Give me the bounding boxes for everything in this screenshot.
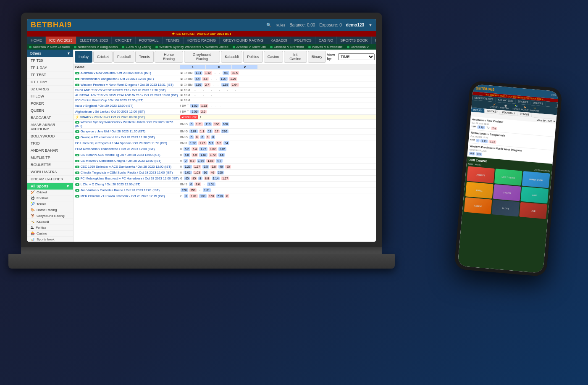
nav-icc[interactable]: ICC WC 2023 — [46, 37, 76, 44]
nav-casino[interactable]: CASINO — [315, 37, 337, 44]
nav-tennis[interactable]: TENNIS — [163, 37, 184, 44]
sidebar-tennis[interactable]: 🎾 Tennis — [27, 201, 73, 207]
tab-binary[interactable]: Binary — [308, 51, 326, 63]
sidebar-trio[interactable]: TRIO — [27, 140, 73, 147]
match-name[interactable]: ●Netherlands v Bangladesh / Oct 28 2023 … — [75, 77, 180, 81]
match-name[interactable]: Afghanistan v Sri Lanka / Oct 30 2023 12… — [75, 110, 180, 113]
sidebar-hilow[interactable]: HI LOW — [27, 93, 73, 100]
tab-greyhound[interactable]: Greyhound Racing — [184, 51, 220, 63]
sidebar-football[interactable]: ⚽ Football — [27, 195, 73, 201]
match-name[interactable]: ICC Cricket World Cup / Oct 06 2023 12:3… — [75, 98, 180, 102]
match-name[interactable]: ●CS Mioves v Concordia Chiajna / Oct 28 … — [75, 159, 180, 163]
match-name[interactable]: ●Jua Varillas v Carballes Baena / Oct 28… — [75, 188, 180, 192]
sidebar-32cards[interactable]: 32 CARDS — [27, 86, 73, 93]
match-name[interactable]: ●Gangwon v Jeju Utd / Oct 28 2023 11:30 … — [75, 129, 180, 133]
header-right: 🔍 Rules Balance: 0.00 Exposure: 0 demo12… — [266, 23, 373, 27]
casino-superover[interactable]: SUPER OVER — [522, 171, 550, 188]
sidebar-amar[interactable]: AMAR AKBAR ANTHONY — [27, 121, 73, 133]
sidebar-tp-test[interactable]: TP TEST — [27, 71, 73, 79]
sidebar-tp-1day[interactable]: TP 1 DAY — [27, 64, 73, 71]
nav-home[interactable]: HOME — [27, 37, 46, 44]
phone-sport-horse[interactable]: 🐎HORSE — [521, 105, 529, 111]
match-name[interactable]: ⚡ BINARY / 2023-10-27 Oct 27 2023 08:30 … — [75, 115, 180, 119]
match-name[interactable]: FCM Alexandria v Csikszereda / Oct 28 20… — [75, 147, 180, 151]
ticker-item: Australia V New Zealand — [29, 45, 70, 49]
casino-item-4[interactable]: CASINO — [464, 197, 492, 214]
phone-sport-tennis[interactable]: 🎾TENNIS — [512, 105, 520, 111]
tab-inplay[interactable]: Inplay — [75, 51, 92, 63]
sidebar-sports-section: All Sports ▼ — [27, 183, 73, 190]
nav-horse-racing[interactable]: HORSE RACING — [184, 37, 220, 44]
nav-football[interactable]: FOOTBALL — [136, 37, 163, 44]
rules-link[interactable]: Rules — [276, 23, 285, 27]
sidebar-worli[interactable]: WORLI MATKA — [27, 169, 73, 176]
sidebar-casino[interactable]: 🎰 Casino — [27, 231, 73, 237]
match-name[interactable]: ●FC Metaloglobus Bucuresti v FC Hunedoar… — [75, 177, 180, 180]
sidebar-dt-1day[interactable]: DT 1 DAY — [27, 79, 73, 86]
sidebar-greyhound[interactable]: 🐕 Greyhound Racing — [27, 213, 73, 219]
match-name[interactable]: India v England / Oct 29 2023 12:00 (IST… — [75, 104, 180, 108]
left-sidebar: Others ▼ TP T20 TP 1 DAY TP TEST DT 1 DA… — [27, 50, 74, 242]
casino-3patti[interactable]: 3 PATTI — [493, 184, 521, 201]
sidebar-tp-t20[interactable]: TP T20 — [27, 57, 73, 64]
search-icon[interactable]: 🔍 — [266, 23, 271, 27]
col-x: X — [206, 65, 231, 69]
sidebar-baccarat[interactable]: BACCARAT — [27, 114, 73, 121]
sidebar-bollywood[interactable]: BOLLYWOOD — [27, 133, 73, 140]
sidebar-dream[interactable]: DREAM CATCHER — [27, 176, 73, 183]
phone-screen: BETBHAI9 0.00 ICC CRICKET WORLD CUP 2023… — [457, 84, 559, 273]
table-row: AUSTRALIA W T10 VS NEW ZEALAND W T10 / O… — [74, 93, 376, 98]
casino-jubilee[interactable]: JUBILEE — [467, 166, 495, 183]
sidebar-others-dropdown[interactable]: Others ▼ — [27, 50, 73, 57]
tab-politics[interactable]: Politics — [243, 51, 263, 63]
sidebar-sportsbook[interactable]: 📊 Sports book — [27, 237, 73, 242]
tab-football[interactable]: Football — [113, 51, 134, 63]
nav-election[interactable]: ELECTION 2023 — [76, 37, 112, 44]
nav-sportsbook[interactable]: SPORTS BOOK — [337, 37, 371, 44]
match-name[interactable]: AUSTRALIA W T10 VS NEW ZEALAND W T10 / O… — [75, 93, 180, 97]
tab-int-casino[interactable]: Int Casino — [284, 51, 307, 63]
casino-live2[interactable]: LIVE — [520, 187, 549, 203]
sidebar-kabaddi[interactable]: 🤸 Kabaddi — [27, 219, 73, 225]
match-name[interactable]: FC Ultrea Dej v Progresul 1944 Spartac /… — [75, 141, 180, 145]
tab-casino[interactable]: Casino — [264, 51, 283, 63]
sidebar-cricket[interactable]: 🏏 Cricket — [27, 190, 73, 195]
casino-item-5[interactable]: SLOTS — [491, 200, 520, 216]
casino-item-6[interactable]: LIVE — [519, 202, 547, 219]
sidebar-poker[interactable]: POKER — [27, 100, 73, 107]
match-name[interactable]: ●L Zhu v Q Zheng / Oct 28 2023 12:00 (IS… — [75, 182, 180, 186]
match-name[interactable]: ●Chindia Targoviste v CSM Scolar Resita … — [75, 171, 180, 174]
phone-sport-football[interactable]: ⚽FOOTBALL — [500, 104, 511, 110]
sidebar-muflis[interactable]: MUFLIS TP — [27, 154, 73, 161]
match-name[interactable]: ●Australia v New Zealand / Oct 28 2023 0… — [75, 71, 180, 75]
table-row: India v England / Oct 29 2023 12:00 (IST… — [74, 103, 376, 109]
nav-greyhound[interactable]: GREYHOUND RACING — [220, 37, 267, 44]
nav-kabaddi[interactable]: KABADDI — [267, 37, 291, 44]
match-name[interactable]: ENGLAND T10 VS WEST INDIES T10 / Oct 28 … — [75, 88, 180, 92]
tab-tennis[interactable]: Tennis — [135, 51, 154, 63]
view-by-select[interactable]: TIME COMPETITION — [338, 53, 375, 60]
tab-cricket[interactable]: Cricket — [93, 51, 113, 63]
casino-pat11[interactable]: PAT11 — [465, 182, 494, 198]
nav-politics[interactable]: POLITICS — [291, 37, 315, 44]
tab-horse-racing[interactable]: Horse Racing — [155, 51, 183, 63]
nav-cricket[interactable]: CRICKET — [112, 37, 136, 44]
sidebar-horse-racing[interactable]: 🐎 Horse Racing — [27, 207, 73, 213]
phone-sport-kabaddi[interactable]: 🤸KABADDI — [530, 106, 539, 112]
match-name[interactable]: ●MFK Chrudim v H Slavia Kromeriz / Oct 2… — [75, 194, 180, 198]
sidebar-queen[interactable]: QUEEN — [27, 107, 73, 114]
tab-kabaddi[interactable]: Kabaddi — [221, 51, 242, 63]
match-name[interactable]: ●Western Province v North West Dragons /… — [75, 83, 180, 87]
nav-int-casino[interactable]: INT CASINO — [372, 37, 376, 44]
user-dropdown-icon[interactable]: ▼ — [368, 23, 373, 27]
sidebar-andar[interactable]: ANDAR BAHAR — [27, 147, 73, 154]
match-name[interactable]: ●Western Sydney Wanderers v Western Unit… — [75, 120, 180, 128]
match-name[interactable]: ●CSC 1599 Selimbar v ACS Dumbravita / Oc… — [75, 165, 180, 169]
phone-sport-cricket[interactable]: 🏏CRICKET — [489, 103, 499, 109]
casino-live[interactable]: LIVE CASINO — [494, 169, 522, 185]
sidebar-roulette[interactable]: ROULETTE — [27, 161, 73, 169]
match-name[interactable]: ●CS Tunari v ACS Viitorul Tg Jiu / Oct 2… — [75, 153, 180, 157]
match-name[interactable]: ●Gwangju FC v Incheon Utd / Oct 28 2023 … — [75, 135, 180, 139]
sidebar-politics[interactable]: 🗳 Politics — [27, 225, 73, 231]
phone: BETBHAI9 0.00 ICC CRICKET WORLD CUP 2023… — [454, 80, 562, 277]
